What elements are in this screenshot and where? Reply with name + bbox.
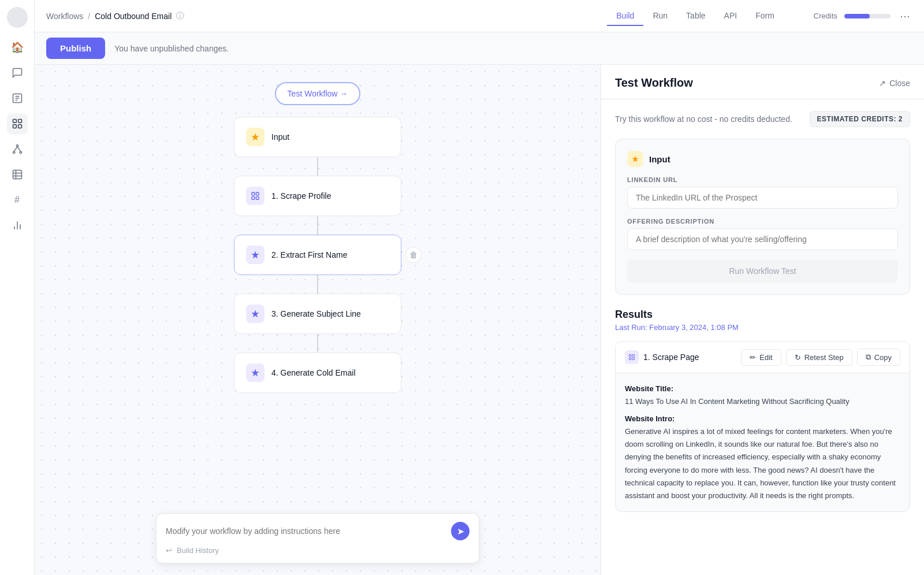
offering-description-field: OFFERING DESCRIPTION	[627, 218, 898, 250]
linkedin-url-input[interactable]	[627, 187, 898, 209]
node-extract-icon	[246, 246, 264, 264]
website-title-field-label: Website Title:	[625, 384, 673, 393]
panel-close-button[interactable]: ↗ Close	[879, 79, 910, 88]
copy-icon: ⧉	[866, 353, 871, 362]
node-subject[interactable]: 3. Generate Subject Line	[234, 294, 401, 334]
close-label: Close	[889, 79, 910, 88]
result-card-scrape: 1. Scrape Page ✏ Edit ↻ Retest Step	[615, 341, 910, 512]
modify-send-button[interactable]: ➤	[451, 522, 470, 540]
node-input[interactable]: Input	[234, 117, 401, 157]
copy-button[interactable]: ⧉ Copy	[857, 348, 900, 366]
svg-line-12	[17, 147, 21, 151]
result-card-icon	[625, 350, 639, 364]
publish-button[interactable]: Publish	[46, 38, 105, 59]
sidebar-item-doc[interactable]	[7, 88, 28, 109]
node-extract-label: 2. Extract First Name	[271, 250, 347, 259]
sidebar-item-table[interactable]	[7, 164, 28, 185]
publish-bar: Publish You have unpublished changes.	[35, 32, 924, 65]
result-card-header: 1. Scrape Page ✏ Edit ↻ Retest Step	[616, 342, 910, 373]
node-scrape[interactable]: 1. Scrape Profile	[234, 176, 401, 216]
topbar-right: Credits ⋯	[814, 8, 912, 25]
info-icon[interactable]: ⓘ	[176, 11, 184, 21]
modify-input[interactable]	[166, 526, 446, 536]
node-input-icon	[246, 128, 264, 146]
svg-point-10	[20, 151, 21, 153]
avatar	[7, 7, 28, 28]
result-card-actions: ✏ Edit ↻ Retest Step ⧉ Copy	[741, 348, 900, 366]
estimated-credits-badge: ESTIMATED CREDITS: 2	[810, 111, 910, 127]
connector-2	[317, 216, 318, 235]
breadcrumb-parent[interactable]: Workflows	[46, 12, 83, 21]
retest-icon: ↻	[795, 353, 801, 362]
svg-rect-27	[632, 358, 635, 360]
svg-rect-21	[256, 192, 259, 195]
unpublished-message: You have unpublished changes.	[114, 44, 229, 53]
modify-bar: ➤ ↩ Build History	[156, 513, 479, 563]
retest-step-button[interactable]: ↻ Retest Step	[786, 349, 852, 366]
node-input-label: Input	[271, 132, 289, 142]
svg-line-11	[14, 147, 17, 151]
sidebar-item-home[interactable]: 🏠	[7, 37, 28, 58]
tab-table[interactable]: Table	[677, 6, 714, 26]
panel-title: Test Workflow	[615, 76, 693, 90]
svg-rect-26	[629, 358, 632, 360]
website-intro-field-label: Website Intro:	[625, 414, 675, 423]
credits-label: Credits	[814, 12, 837, 20]
results-title: Results	[615, 309, 910, 321]
no-cost-bar: Try this workflow at no cost - no credit…	[615, 111, 910, 127]
offering-description-input[interactable]	[627, 228, 898, 250]
sidebar-item-analytics[interactable]	[7, 215, 28, 236]
main-area: Workflows / Cold Outbound Email ⓘ Build …	[35, 0, 924, 575]
test-workflow-label: Test Workflow →	[288, 89, 348, 98]
node-extract[interactable]: 2. Extract First Name 🗑	[234, 235, 401, 275]
tab-form[interactable]: Form	[746, 6, 784, 26]
content-area: Test Workflow → Input 1. Scrape Profile	[35, 65, 924, 575]
svg-rect-7	[18, 125, 21, 128]
build-history-btn[interactable]: ↩ Build History	[166, 546, 470, 555]
tab-api[interactable]: API	[715, 6, 747, 26]
node-subject-label: 3. Generate Subject Line	[271, 309, 361, 318]
panel-header: Test Workflow ↗ Close	[601, 65, 924, 99]
results-last-run: Last Run: February 3, 2024, 1:08 PM	[615, 323, 910, 332]
website-intro-row: Website Intro: Generative AI inspires a …	[625, 413, 900, 502]
sidebar-item-hashtag[interactable]: #	[7, 190, 28, 210]
history-icon: ↩	[166, 546, 172, 555]
node-extract-delete[interactable]: 🗑	[405, 247, 422, 263]
linkedin-url-label: LINKEDIN URL	[627, 176, 898, 183]
connector-4	[317, 334, 318, 353]
edit-icon: ✏	[750, 353, 756, 362]
tab-build[interactable]: Build	[607, 6, 643, 26]
svg-rect-24	[629, 355, 632, 357]
svg-rect-13	[13, 170, 21, 179]
no-cost-text: Try this workflow at no cost - no credit…	[615, 114, 792, 124]
sidebar-item-chat[interactable]	[7, 62, 28, 83]
svg-rect-25	[632, 355, 635, 357]
website-title-row: Website Title: 11 Ways To Use AI In Cont…	[625, 383, 900, 408]
test-workflow-button[interactable]: Test Workflow →	[275, 82, 361, 105]
workflow-canvas[interactable]: Test Workflow → Input 1. Scrape Profile	[35, 65, 601, 575]
svg-point-8	[16, 145, 18, 147]
breadcrumb-separator: /	[88, 12, 90, 21]
result-card-title: 1. Scrape Page	[643, 353, 699, 362]
sidebar-item-grid[interactable]	[7, 113, 28, 134]
breadcrumb-current: Cold Outbound Email	[95, 12, 172, 21]
node-email[interactable]: 4. Generate Cold Email	[234, 353, 401, 393]
tab-run[interactable]: Run	[643, 6, 677, 26]
result-card-title-row: 1. Scrape Page	[625, 350, 699, 364]
offering-description-label: OFFERING DESCRIPTION	[627, 218, 898, 225]
panel-body: Try this workflow at no cost - no credit…	[601, 99, 924, 575]
run-workflow-button[interactable]: Run Workflow Test	[627, 259, 898, 283]
website-title-value: 11 Ways To Use AI In Content Marketing W…	[625, 397, 850, 406]
svg-rect-23	[256, 196, 259, 199]
modify-input-row: ➤	[166, 522, 470, 540]
credits-fill	[844, 14, 870, 18]
more-button[interactable]: ⋯	[897, 8, 912, 25]
right-panel: Test Workflow ↗ Close Try this workflow …	[601, 65, 924, 575]
svg-point-9	[13, 151, 14, 153]
sidebar-item-network[interactable]	[7, 139, 28, 159]
credits-bar	[844, 14, 891, 18]
svg-rect-5	[18, 120, 21, 123]
edit-button[interactable]: ✏ Edit	[741, 349, 781, 366]
edit-label: Edit	[759, 353, 772, 362]
input-card-header: Input	[627, 151, 898, 167]
